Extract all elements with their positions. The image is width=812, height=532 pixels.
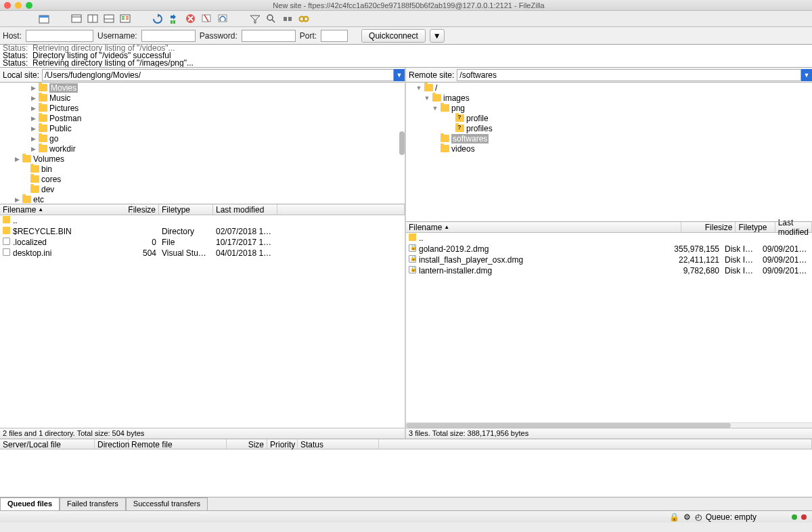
sort-asc-icon: ▲	[444, 224, 449, 230]
horizontal-scrollbar[interactable]	[406, 422, 812, 428]
filter-icon[interactable]	[248, 13, 262, 25]
svg-rect-23	[284, 17, 287, 21]
remote-file-list[interactable]: ..goland-2019.2.dmg355,978,155Disk Image…	[406, 233, 812, 422]
tab-queued[interactable]: Queued files	[0, 497, 60, 510]
tab-success[interactable]: Successful transfers	[126, 497, 208, 510]
expand-arrow-icon[interactable]: ▼	[415, 85, 422, 91]
tree-item[interactable]: ▶go	[0, 133, 405, 143]
folder-icon	[39, 145, 47, 152]
tree-item[interactable]: ▶Volumes	[0, 154, 405, 164]
disconnect-icon[interactable]	[200, 13, 213, 25]
tree-item[interactable]: ▶Public	[0, 123, 405, 133]
search-icon[interactable]	[297, 13, 311, 25]
clock-icon[interactable]: ◴	[695, 512, 702, 522]
tree-item[interactable]: softwares	[406, 133, 812, 143]
queue-body[interactable]	[0, 449, 812, 497]
queue-tabs: Queued files Failed transfers Successful…	[0, 497, 812, 510]
expand-arrow-icon[interactable]: ▶	[14, 196, 20, 203]
reconnect-icon[interactable]	[216, 13, 229, 25]
folder-icon	[455, 125, 464, 132]
expand-arrow-icon[interactable]: ▶	[30, 105, 37, 112]
tree-item[interactable]: ▶workdir	[0, 143, 405, 154]
host-input[interactable]	[26, 30, 93, 42]
lock-icon[interactable]: 🔒	[669, 512, 679, 522]
svg-line-22	[272, 20, 275, 22]
expand-arrow-icon[interactable]: ▶	[30, 95, 37, 102]
expand-arrow-icon[interactable]: ▶	[30, 115, 37, 122]
file-row[interactable]: .localized0File10/17/2017 13:17...	[0, 237, 405, 248]
tree-item-label: /	[435, 83, 437, 93]
file-row[interactable]: ..	[0, 215, 405, 226]
tree-item[interactable]: ▶Movies	[0, 83, 405, 93]
tree-item[interactable]: profile	[406, 113, 812, 123]
folder-icon	[3, 227, 10, 234]
port-input[interactable]	[321, 30, 348, 42]
local-path-dropdown[interactable]: ▼	[394, 69, 405, 81]
tab-failed[interactable]: Failed transfers	[60, 497, 126, 510]
file-row[interactable]: ..	[406, 233, 812, 244]
tree-item[interactable]: profiles	[406, 123, 812, 133]
folder-icon	[39, 135, 47, 142]
quickconnect-bar: Host: Username: Password: Port: Quickcon…	[0, 27, 812, 45]
tree-item[interactable]: dev	[0, 184, 405, 194]
folder-icon	[39, 94, 47, 102]
remote-pane: Remote site: ▼ ▼/▼images▼pngprofileprofi…	[406, 68, 812, 439]
remote-path-input[interactable]	[457, 69, 801, 81]
message-log[interactable]: Status:Retrieving directory listing of "…	[0, 45, 812, 68]
file-row[interactable]: install_flash_player_osx.dmg22,411,121Di…	[406, 254, 812, 265]
file-row[interactable]: $RECYCLE.BINDirectory02/07/2018 11:5...	[0, 226, 405, 237]
quickconnect-dropdown[interactable]: ▼	[430, 29, 445, 43]
tree-item[interactable]: ▶Music	[0, 93, 405, 103]
sync-browse-icon[interactable]	[281, 13, 294, 25]
tree-item[interactable]: cores	[0, 174, 405, 184]
refresh-icon[interactable]	[151, 13, 164, 25]
cancel-icon[interactable]	[183, 13, 197, 25]
toggle-remote-tree-icon[interactable]	[102, 13, 116, 25]
remote-file-header[interactable]: Filename▲ Filesize Filetype Last modifie…	[406, 222, 812, 233]
local-tree[interactable]: ▶Movies▶Music▶Pictures▶Postman▶Public▶go…	[0, 83, 405, 204]
toggle-log-icon[interactable]	[70, 13, 83, 25]
folder-icon	[22, 196, 31, 203]
remote-site-label: Remote site:	[409, 70, 454, 80]
file-icon	[3, 238, 10, 245]
folder-icon	[441, 135, 449, 142]
expand-arrow-icon[interactable]: ▶	[30, 85, 37, 91]
tree-item[interactable]: ▼images	[406, 93, 812, 103]
local-file-header[interactable]: Filename▲ Filesize Filetype Last modifie…	[0, 204, 405, 215]
site-manager-icon[interactable]	[37, 13, 51, 25]
tree-item[interactable]: ▼/	[406, 83, 812, 93]
scrollbar[interactable]	[399, 131, 405, 155]
expand-arrow-icon[interactable]: ▶	[30, 125, 37, 132]
tree-item[interactable]: ▶Pictures	[0, 103, 405, 113]
tree-item[interactable]: ▶Postman	[0, 113, 405, 123]
expand-arrow-icon[interactable]: ▶	[30, 135, 37, 142]
expand-arrow-icon[interactable]: ▼	[432, 105, 438, 112]
folder-icon	[441, 104, 449, 112]
expand-arrow-icon[interactable]: ▶	[14, 156, 20, 162]
toggle-queue-icon[interactable]	[118, 13, 132, 25]
compare-icon[interactable]	[265, 13, 278, 25]
expand-arrow-icon[interactable]: ▼	[424, 95, 430, 102]
file-row[interactable]: goland-2019.2.dmg355,978,155Disk Image09…	[406, 244, 812, 254]
file-row[interactable]: desktop.ini504Visual Studio ...04/01/201…	[0, 248, 405, 259]
password-input[interactable]	[242, 30, 296, 42]
folder-icon	[409, 234, 416, 241]
folder-icon	[3, 216, 10, 223]
quickconnect-button[interactable]: Quickconnect	[361, 29, 426, 43]
file-row[interactable]: lantern-installer.dmg9,782,680Disk Image…	[406, 265, 812, 276]
process-queue-icon[interactable]	[167, 13, 181, 25]
toggle-local-tree-icon[interactable]	[86, 13, 99, 25]
queue-header[interactable]: Server/Local file Direction Remote file …	[0, 439, 812, 449]
settings-icon[interactable]: ⚙	[683, 512, 691, 522]
expand-arrow-icon[interactable]: ▶	[30, 146, 37, 152]
tree-item[interactable]: bin	[0, 164, 405, 174]
remote-tree[interactable]: ▼/▼images▼pngprofileprofilessoftwaresvid…	[406, 83, 812, 222]
tree-item[interactable]: videos	[406, 143, 812, 154]
file-icon	[409, 266, 416, 273]
local-file-list[interactable]: ..$RECYCLE.BINDirectory02/07/2018 11:5..…	[0, 215, 405, 428]
local-path-input[interactable]	[42, 69, 394, 81]
tree-item[interactable]: ▶etc	[0, 194, 405, 204]
username-input[interactable]	[141, 30, 196, 42]
remote-path-dropdown[interactable]: ▼	[801, 69, 812, 81]
tree-item[interactable]: ▼png	[406, 103, 812, 113]
